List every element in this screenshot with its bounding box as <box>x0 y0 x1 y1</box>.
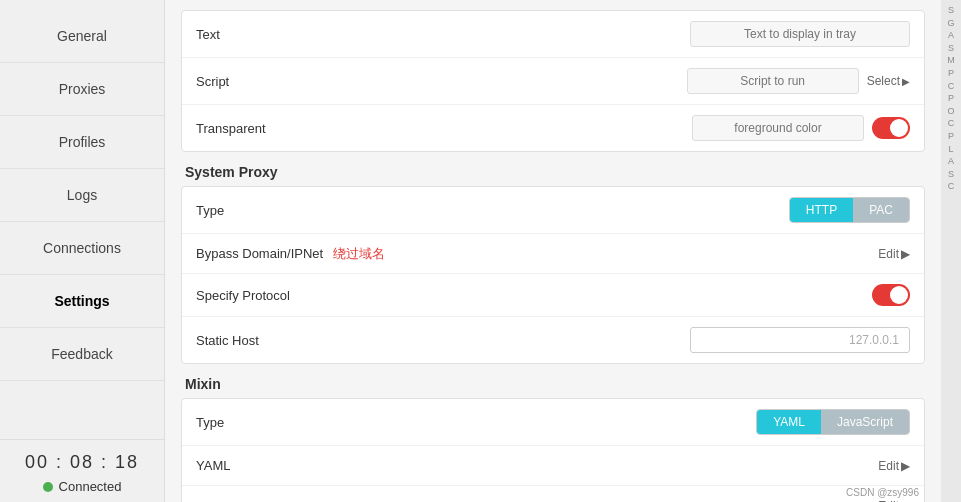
fg-color-input[interactable] <box>692 115 864 141</box>
system-proxy-card: Type HTTP PAC Bypass Domain/IPNet 绕过域名 <box>181 186 925 364</box>
mixin-type-content: YAML JavaScript <box>376 409 910 435</box>
sidebar-item-feedback[interactable]: Feedback <box>0 328 164 381</box>
connected-label: Connected <box>59 479 122 494</box>
type-tabs: HTTP PAC <box>789 197 910 223</box>
sidebar: General Proxies Profiles Logs Connection… <box>0 0 165 502</box>
bypass-edit-arrow-icon: ▶ <box>901 247 910 261</box>
js-label: JavaScript <box>196 499 376 503</box>
connected-dot-icon <box>43 482 53 492</box>
connection-status: Connected <box>16 479 148 494</box>
yaml-edit-arrow-icon: ▶ <box>901 459 910 473</box>
text-label: Text <box>196 27 376 42</box>
transparent-row: Transparent <box>182 105 924 151</box>
sidebar-bottom: 00 : 08 : 18 Connected <box>0 439 164 502</box>
watermark: CSDN @zsy996 <box>846 487 919 498</box>
sidebar-item-general[interactable]: General <box>0 10 164 63</box>
mixin-title: Mixin <box>181 376 925 392</box>
system-proxy-section: System Proxy Type HTTP PAC Bypass Dom <box>181 164 925 364</box>
tab-http[interactable]: HTTP <box>790 198 853 222</box>
toggle-knob <box>890 119 908 137</box>
bypass-label: Bypass Domain/IPNet 绕过域名 <box>196 245 385 263</box>
right-strip: S G A S M P C P O C P L A S C <box>941 0 961 502</box>
bypass-edit-link[interactable]: Edit ▶ <box>878 247 910 261</box>
text-input[interactable] <box>690 21 910 47</box>
sidebar-item-logs[interactable]: Logs <box>0 169 164 222</box>
mixin-type-row: Type YAML JavaScript <box>182 399 924 446</box>
yaml-edit-link[interactable]: Edit ▶ <box>878 459 910 473</box>
tab-javascript[interactable]: JavaScript <box>821 410 909 434</box>
text-row-content <box>376 21 910 47</box>
bypass-cn-label: 绕过域名 <box>333 246 385 261</box>
settings-content: Text Script Select ▶ Transparent <box>165 10 941 502</box>
system-proxy-type-content: HTTP PAC <box>376 197 910 223</box>
script-row-content: Select ▶ <box>376 68 910 94</box>
select-arrow-icon: ▶ <box>902 76 910 87</box>
yaml-row-content: Edit ▶ <box>376 459 910 473</box>
static-host-label: Static Host <box>196 333 376 348</box>
system-proxy-title: System Proxy <box>181 164 925 180</box>
timer-display: 00 : 08 : 18 <box>16 452 148 473</box>
sidebar-item-settings[interactable]: Settings <box>0 275 164 328</box>
select-button[interactable]: Select ▶ <box>867 74 910 88</box>
static-host-input[interactable] <box>690 327 910 353</box>
specify-protocol-toggle[interactable] <box>872 284 910 306</box>
yaml-label: YAML <box>196 458 376 473</box>
system-proxy-type-row: Type HTTP PAC <box>182 187 924 234</box>
tab-pac[interactable]: PAC <box>853 198 909 222</box>
mixin-card: Type YAML JavaScript YAML Edit ▶ <box>181 398 925 502</box>
static-host-content <box>376 327 910 353</box>
mixin-type-tabs: YAML JavaScript <box>756 409 910 435</box>
specify-toggle-knob <box>890 286 908 304</box>
text-row: Text <box>182 11 924 58</box>
bypass-row: Bypass Domain/IPNet 绕过域名 Edit ▶ <box>182 234 924 274</box>
transparent-row-content <box>376 115 910 141</box>
tab-yaml[interactable]: YAML <box>757 410 821 434</box>
script-label: Script <box>196 74 376 89</box>
sidebar-item-profiles[interactable]: Profiles <box>0 116 164 169</box>
tray-section-card: Text Script Select ▶ Transparent <box>181 10 925 152</box>
bypass-row-content: Edit ▶ <box>385 247 910 261</box>
specify-protocol-content <box>376 284 910 306</box>
transparent-toggle[interactable] <box>872 117 910 139</box>
mixin-section: Mixin Type YAML JavaScript YAML <box>181 376 925 502</box>
sidebar-item-connections[interactable]: Connections <box>0 222 164 275</box>
specify-protocol-label: Specify Protocol <box>196 288 376 303</box>
js-row: JavaScript Edit ▶ <box>182 486 924 502</box>
static-host-row: Static Host <box>182 317 924 363</box>
script-row: Script Select ▶ <box>182 58 924 105</box>
script-input[interactable] <box>687 68 859 94</box>
specify-protocol-row: Specify Protocol <box>182 274 924 317</box>
system-proxy-type-label: Type <box>196 203 376 218</box>
sidebar-item-proxies[interactable]: Proxies <box>0 63 164 116</box>
transparent-label: Transparent <box>196 121 376 136</box>
main-panel: Text Script Select ▶ Transparent <box>165 0 941 502</box>
yaml-row: YAML Edit ▶ <box>182 446 924 486</box>
mixin-type-label: Type <box>196 415 376 430</box>
